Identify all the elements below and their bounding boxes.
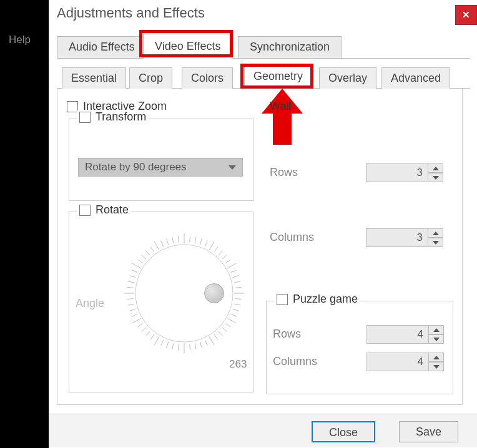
close-icon[interactable]: ✕ (455, 5, 477, 25)
rotate-checkbox[interactable] (79, 205, 91, 216)
svg-line-13 (231, 270, 237, 273)
svg-line-19 (234, 304, 240, 305)
top-tab-bar: Audio Effects Video Effects Synchronizat… (57, 34, 470, 59)
rotate-title: Rotate (96, 203, 129, 217)
svg-line-6 (205, 241, 207, 246)
svg-line-33 (178, 344, 179, 351)
svg-line-59 (167, 239, 169, 245)
svg-line-3 (190, 236, 190, 243)
svg-line-10 (222, 255, 227, 259)
save-button[interactable]: Save (399, 421, 458, 442)
svg-line-9 (219, 251, 223, 255)
svg-line-30 (195, 343, 196, 349)
svg-line-11 (225, 260, 230, 263)
svg-line-25 (219, 331, 223, 336)
angle-value: 263 (229, 358, 247, 371)
wall-rows-up[interactable] (428, 163, 443, 173)
svg-line-56 (150, 247, 154, 252)
svg-line-22 (227, 318, 236, 323)
transform-checkbox[interactable] (79, 112, 91, 123)
tab-audio-effects[interactable]: Audio Effects (57, 36, 147, 58)
svg-line-49 (128, 281, 134, 283)
svg-line-48 (127, 287, 134, 288)
wall-settings: Rows Columns (266, 119, 453, 293)
svg-line-57 (154, 241, 159, 250)
svg-line-45 (128, 304, 134, 305)
angle-dial[interactable] (122, 231, 247, 356)
help-menu[interactable]: Help (9, 34, 31, 46)
svg-line-54 (142, 255, 146, 259)
svg-line-14 (233, 276, 239, 278)
svg-line-39 (145, 331, 150, 336)
wall-cols-up[interactable] (428, 228, 443, 238)
transform-group: Transform Rotate by 90 degrees (69, 119, 253, 201)
tab-video-effects[interactable]: Video Effects (143, 34, 232, 59)
angle-label: Angle (76, 297, 104, 310)
puzzle-rows-down[interactable] (429, 334, 444, 344)
svg-line-29 (200, 342, 202, 348)
svg-line-12 (227, 263, 236, 268)
puzzle-cols-label: Columns (273, 355, 317, 368)
puzzle-rows-input[interactable] (366, 325, 429, 344)
svg-line-34 (172, 343, 174, 349)
wall-rows-label: Rows (270, 166, 298, 179)
chevron-down-icon (229, 165, 236, 170)
svg-line-55 (145, 251, 150, 255)
puzzle-cols-down[interactable] (429, 362, 444, 371)
svg-line-41 (138, 323, 143, 327)
svg-line-50 (130, 276, 136, 278)
svg-line-31 (190, 344, 190, 351)
svg-line-27 (209, 336, 214, 345)
svg-line-20 (233, 309, 239, 311)
svg-line-44 (130, 309, 136, 311)
svg-line-60 (172, 237, 174, 243)
sub-tab-bar: Essential Crop Colors Geometry Overlay A… (57, 65, 470, 89)
tab-advanced[interactable]: Advanced (381, 67, 450, 89)
svg-line-43 (132, 314, 137, 316)
wall-cols-input[interactable] (366, 228, 428, 247)
svg-line-4 (195, 237, 196, 243)
geometry-panel: Interactive Zoom Wall Transform Rotate b… (57, 89, 463, 405)
tab-overlay[interactable]: Overlay (319, 67, 376, 89)
svg-line-51 (132, 270, 137, 273)
svg-line-37 (154, 336, 159, 345)
wall-cols-down[interactable] (428, 238, 443, 247)
puzzle-group: Puzzle game Rows Columns (266, 301, 453, 394)
svg-line-5 (200, 239, 202, 245)
svg-line-26 (214, 334, 218, 339)
tab-crop[interactable]: Crop (129, 67, 172, 89)
wall-cols-label: Columns (270, 231, 314, 244)
svg-line-18 (235, 299, 242, 299)
svg-line-28 (205, 340, 207, 346)
puzzle-cols-input[interactable] (366, 353, 429, 371)
svg-line-46 (127, 299, 134, 299)
svg-line-35 (167, 342, 169, 348)
puzzle-rows-up[interactable] (429, 325, 444, 334)
transform-dropdown-value: Rotate by 90 degrees (85, 161, 187, 173)
puzzle-title: Puzzle game (293, 293, 358, 306)
puzzle-rows-label: Rows (273, 328, 301, 341)
puzzle-checkbox[interactable] (277, 294, 288, 305)
transform-title: Transform (96, 110, 146, 124)
svg-line-8 (214, 247, 218, 252)
svg-line-53 (138, 260, 143, 263)
tab-colors[interactable]: Colors (182, 67, 233, 89)
tab-essential[interactable]: Essential (62, 67, 126, 89)
svg-line-58 (161, 241, 164, 246)
dial-knob-icon[interactable] (204, 283, 224, 303)
svg-line-42 (132, 318, 141, 323)
wall-rows-input[interactable] (366, 163, 428, 182)
wall-label: Wall (270, 100, 291, 113)
svg-line-16 (235, 287, 242, 288)
close-button[interactable]: Close (312, 421, 375, 442)
svg-line-15 (234, 281, 240, 283)
svg-line-7 (209, 241, 214, 250)
svg-line-40 (142, 328, 146, 332)
tab-geometry[interactable]: Geometry (244, 66, 312, 89)
svg-line-24 (222, 328, 227, 332)
wall-rows-down[interactable] (428, 173, 443, 182)
rotate-group: Rotate Angle 263 (69, 212, 253, 392)
transform-dropdown[interactable]: Rotate by 90 degrees (78, 158, 243, 177)
tab-synchronization[interactable]: Synchronization (238, 36, 342, 58)
puzzle-cols-up[interactable] (429, 353, 444, 362)
